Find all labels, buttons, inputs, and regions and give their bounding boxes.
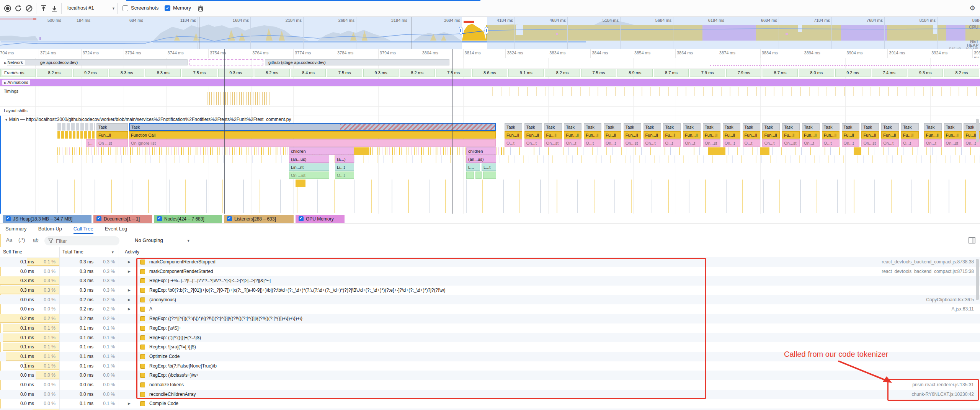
flame-ignore-list-bar[interactable]: On...t bbox=[842, 139, 859, 147]
flame-call-block[interactable] bbox=[352, 147, 369, 155]
flame-ignore-list-bar[interactable]: On...st bbox=[861, 139, 879, 147]
grouping-select[interactable]: No Grouping▼ bbox=[135, 237, 190, 243]
flame-task-bar[interactable]: Task bbox=[743, 123, 760, 131]
flame-ignore-list-bar[interactable]: On...t bbox=[683, 139, 701, 147]
flame-task-bar[interactable]: Task bbox=[644, 123, 661, 131]
flame-task-bar[interactable]: Task bbox=[762, 123, 780, 131]
main-track-label[interactable]: ▼ Main — http://localhost:3000/github/co… bbox=[5, 117, 885, 122]
activity-name[interactable]: A bbox=[149, 304, 152, 314]
selection-right-handle[interactable] bbox=[485, 27, 488, 34]
flame-onlist-bar[interactable] bbox=[483, 172, 496, 179]
flame-ignore-list-bar[interactable]: O...t bbox=[901, 139, 919, 147]
flame-function-call-bar[interactable]: Fun...ll bbox=[505, 131, 522, 139]
flame-task-bar[interactable]: Task bbox=[861, 123, 879, 131]
frame-duration-cell[interactable]: 8.6 ms bbox=[472, 69, 508, 77]
flame-ignore-list-bar[interactable]: On...t bbox=[802, 139, 820, 147]
frame-duration-cell[interactable]: 8.3 ms bbox=[109, 69, 144, 77]
flame-task-bar[interactable]: Task bbox=[901, 123, 919, 131]
flame-ignore-list-bar[interactable]: On...t bbox=[524, 139, 542, 147]
activity-name[interactable]: RegExp: (:)[^:(){}]+(?=\}$) bbox=[149, 333, 201, 343]
memory-legend-item[interactable]: GPU Memory bbox=[296, 215, 345, 223]
flame-call-block[interactable] bbox=[854, 147, 861, 155]
frame-duration-cell[interactable]: 9.1 ms bbox=[508, 69, 544, 77]
memory-checkbox[interactable] bbox=[165, 5, 170, 11]
calltree-scrollbar[interactable] bbox=[976, 259, 979, 300]
flame-ignore-list-bar[interactable]: On...t bbox=[762, 139, 780, 147]
selection-left-handle[interactable] bbox=[459, 27, 462, 34]
memory-legend-item[interactable]: Nodes[424 – 7 683] bbox=[154, 215, 222, 223]
flame-ignore-list-bar[interactable]: On...st bbox=[782, 139, 800, 147]
save-profile-icon[interactable] bbox=[50, 4, 59, 13]
expand-arrow-icon[interactable]: ▶ bbox=[128, 304, 133, 314]
timeline-overview[interactable]: 500 ms184 ms684 ms1184 ms1684 ms2184 ms2… bbox=[0, 17, 980, 49]
activity-name[interactable]: reconcileChildrenArray bbox=[149, 390, 196, 399]
flame-task-bar[interactable]: Task bbox=[544, 123, 562, 131]
flame-children-bar[interactable]: children bbox=[289, 147, 354, 155]
flame-function-call-bar[interactable]: Fun...ll bbox=[644, 131, 661, 139]
frame-duration-cell[interactable]: 9.3 ms bbox=[218, 69, 253, 77]
timings-track[interactable]: Timings bbox=[0, 87, 980, 106]
network-request-bar[interactable]: ge-api.codecov.dev) bbox=[7, 59, 188, 65]
frame-duration-cell[interactable]: 9.3 ms bbox=[363, 69, 399, 77]
flame-ignore-list-bar[interactable]: On...t bbox=[564, 139, 581, 147]
filter-input[interactable] bbox=[56, 238, 109, 244]
table-row[interactable]: 0.2 ms0.2 %0.2 ms0.2 %RegExp: ((?:^|[^{]… bbox=[0, 314, 980, 323]
flame-task-bar[interactable]: Task bbox=[881, 123, 899, 131]
flame-ignore-list-bar[interactable]: O...t bbox=[743, 139, 760, 147]
flame-anonymous-bar[interactable]: (a...) bbox=[335, 155, 354, 163]
flame-scrollbar[interactable] bbox=[976, 119, 979, 142]
table-row[interactable]: 0.0 ms0.0 %0.3 ms0.3 %▶markComponentRend… bbox=[0, 267, 980, 276]
flame-ignore-list-bar[interactable]: On...st bbox=[944, 139, 962, 147]
flame-anonymous-bar[interactable]: (an...us) bbox=[289, 155, 329, 163]
flame-ignore-list-bar[interactable]: On...t bbox=[644, 139, 661, 147]
table-row[interactable]: 0.1 ms0.1 %0.3 ms0.3 %▶markComponentRend… bbox=[0, 257, 980, 267]
flame-ignore-list-bar[interactable]: On...st bbox=[544, 139, 562, 147]
activity-name[interactable]: Optimize Code bbox=[149, 352, 180, 361]
load-profile-icon[interactable] bbox=[39, 4, 48, 13]
activity-name[interactable]: RegExp: [-+%=]=?|!=|:=|\*\*?=?|\/\/?=?|<… bbox=[149, 276, 271, 286]
network-request-bar[interactable]: github (stage-api.codecov.dev) bbox=[265, 59, 449, 65]
flame-task-fragments[interactable] bbox=[57, 123, 95, 131]
timings-track-label[interactable]: Timings bbox=[4, 89, 18, 93]
activity-name[interactable]: markComponentRenderStopped bbox=[149, 257, 216, 267]
flame-line-bar[interactable]: L...t bbox=[482, 163, 496, 171]
frame-duration-cell[interactable]: 8.7 ms bbox=[654, 69, 689, 77]
flame-function-call-bar[interactable]: Fun...ll bbox=[881, 131, 899, 139]
flame-task-bar[interactable]: Task bbox=[564, 123, 581, 131]
flame-ignore-list-bar[interactable]: O...t bbox=[663, 139, 681, 147]
source-link[interactable]: CopyClipboard.tsx:36:5 bbox=[926, 295, 974, 305]
flame-task-bar[interactable]: Task bbox=[723, 123, 740, 131]
frame-duration-cell[interactable]: 8.4 ms bbox=[291, 69, 326, 77]
flame-task-bar[interactable]: Task bbox=[842, 123, 859, 131]
source-link[interactable]: react_devtools_backend_compact.js:8715:3… bbox=[882, 267, 974, 276]
flame-task-bar[interactable]: Task bbox=[802, 123, 820, 131]
flame-ignore-list-bar[interactable]: O...t bbox=[822, 139, 840, 147]
network-track-label[interactable]: ▶ Network bbox=[2, 60, 25, 65]
flame-function-call-bar[interactable]: Function Call bbox=[129, 131, 496, 139]
flame-call-block[interactable] bbox=[760, 147, 769, 155]
flame-anonymous-bar[interactable]: (an...us) bbox=[466, 155, 496, 163]
regex-button[interactable]: (.*) bbox=[18, 237, 25, 243]
flame-task-bar[interactable]: Task bbox=[683, 123, 701, 131]
flame-line-bar[interactable]: Lin...nt bbox=[289, 163, 329, 171]
frames-track-label[interactable]: Frames bbox=[2, 70, 20, 75]
frame-duration-cell[interactable]: 8.2 ms bbox=[255, 69, 290, 77]
flame-ignore-list-bar[interactable]: O...t bbox=[505, 139, 522, 147]
flame-task-bar[interactable]: Task bbox=[703, 123, 720, 131]
flame-task-bar[interactable]: Task bbox=[624, 123, 641, 131]
activity-name[interactable]: RegExp: ![sra](?=[:\}]$) bbox=[149, 342, 196, 352]
flame-task-bar[interactable]: Task bbox=[822, 123, 840, 131]
flame-call-block[interactable] bbox=[708, 147, 725, 155]
flame-sparse-calls[interactable] bbox=[57, 155, 980, 163]
flame-onlist-bar[interactable]: On ...ist bbox=[289, 172, 329, 179]
frame-duration-cell[interactable]: 8.2 ms bbox=[545, 69, 580, 77]
flame-task-bar[interactable]: Task bbox=[924, 123, 942, 131]
frame-duration-cell[interactable]: 9.3 ms bbox=[908, 69, 943, 77]
flame-function-call-bar[interactable]: Fu...ll bbox=[901, 131, 919, 139]
flame-function-call-bar[interactable]: Fun...ll bbox=[924, 131, 942, 139]
flame-onlist-bar[interactable]: O...t bbox=[335, 172, 354, 179]
frame-duration-cell[interactable]: 9.2 ms bbox=[73, 69, 108, 77]
frame-duration-cell[interactable]: 9.2 ms bbox=[835, 69, 871, 77]
flame-ignore-list-bar[interactable]: On ignore list bbox=[129, 139, 496, 147]
flame-task-bar[interactable]: Task bbox=[663, 123, 681, 131]
